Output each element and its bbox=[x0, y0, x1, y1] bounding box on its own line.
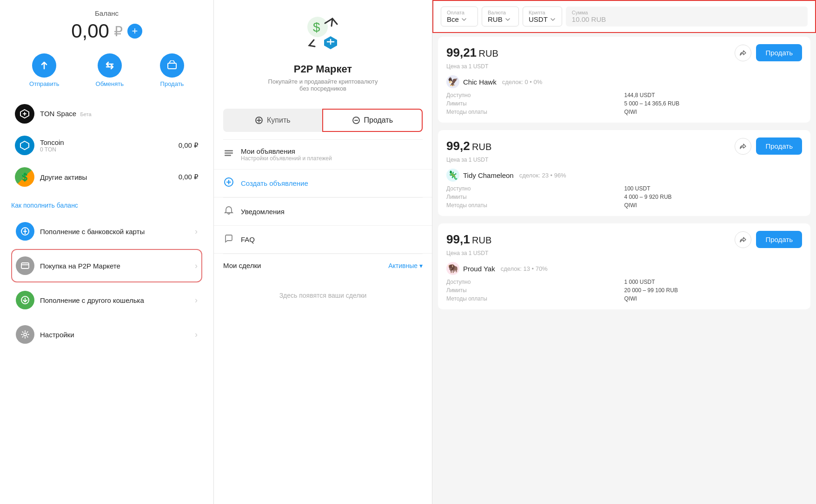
offer-2-share-button[interactable] bbox=[735, 138, 751, 155]
crypto-filter-value: USDT bbox=[529, 15, 556, 23]
balance-amount: 0,00 ₽ + bbox=[11, 20, 202, 42]
other-wallet-label: Пополнение с другого кошелька bbox=[40, 296, 195, 304]
sell-action-button[interactable]: Продать bbox=[160, 53, 184, 87]
p2p-hero-icon: $ bbox=[305, 14, 342, 58]
offer-3-price: 99,1 bbox=[446, 232, 470, 246]
bank-card-label: Пополнение с банковской карты bbox=[40, 228, 195, 236]
other-assets-value: 0,00 ₽ bbox=[179, 173, 199, 181]
svg-rect-4 bbox=[21, 263, 29, 268]
p2p-tabs: Купить Продать bbox=[223, 109, 423, 132]
ads-icon bbox=[223, 148, 234, 161]
right-panel: Оплата Все Валюта RUB Крипта USDT Сумма … bbox=[432, 0, 816, 504]
offer-1-currency-label: RUB bbox=[479, 48, 498, 59]
notifications-label: Уведомления bbox=[241, 208, 285, 216]
svg-rect-14 bbox=[225, 155, 231, 156]
offer-1-limits-label: Лимиты bbox=[446, 100, 624, 107]
toncoin-value: 0,00 ₽ bbox=[179, 141, 199, 150]
send-label: Отправить bbox=[29, 80, 59, 87]
other-wallet-icon bbox=[16, 291, 34, 309]
my-ads-item[interactable]: Мои объявления Настройки объявлений и пл… bbox=[214, 140, 432, 170]
send-button[interactable]: Отправить bbox=[29, 53, 59, 87]
my-ads-label: Мои объявления bbox=[241, 147, 332, 155]
p2p-buy-icon bbox=[16, 256, 34, 275]
settings-arrow: › bbox=[195, 330, 198, 340]
bank-card-arrow: › bbox=[195, 227, 198, 236]
offer-3-price-row: 99,1 RUB Продать bbox=[446, 231, 802, 248]
deals-filter[interactable]: Активные ▾ bbox=[388, 262, 423, 269]
offer-3-seller-avatar: 🦬 bbox=[446, 262, 459, 275]
offer-3-payment-value: QIWI bbox=[624, 295, 803, 302]
add-funds-button[interactable]: + bbox=[127, 24, 142, 39]
menu-item-p2p-buy[interactable]: Покупка на P2P Маркете › bbox=[11, 249, 202, 282]
offer-3-share-button[interactable] bbox=[735, 231, 751, 248]
tab-sell[interactable]: Продать bbox=[322, 109, 423, 132]
asset-item-toncoin[interactable]: Toncoin 0 TON 0,00 ₽ bbox=[11, 130, 202, 161]
offer-1-details: Доступно 144,8 USDT Лимиты 5 000 – 14 36… bbox=[446, 92, 802, 115]
other-wallet-arrow: › bbox=[195, 295, 198, 305]
asset-item-ton-space[interactable]: TON Space Бета bbox=[11, 98, 202, 129]
offer-2-payment-label: Методы оплаты bbox=[446, 202, 624, 209]
offer-3-actions: Продать bbox=[735, 231, 802, 248]
offer-3-available-value: 1 000 USDT bbox=[624, 279, 803, 285]
create-ad-item[interactable]: Создать объявление bbox=[214, 170, 432, 197]
tab-buy-label: Купить bbox=[267, 116, 291, 124]
p2p-hero: $ P2P Маркет Покупайте и продавайте крип… bbox=[214, 0, 432, 101]
exchange-icon bbox=[98, 53, 122, 78]
offer-3-sell-button[interactable]: Продать bbox=[756, 231, 802, 248]
offer-2-currency-label: RUB bbox=[472, 142, 491, 152]
menu-item-bank-card[interactable]: Пополнение с банковской карты › bbox=[11, 215, 202, 248]
offer-1-available-label: Доступно bbox=[446, 92, 624, 98]
tab-buy[interactable]: Купить bbox=[223, 109, 322, 132]
svg-rect-12 bbox=[225, 150, 233, 151]
deals-title: Мои сделки bbox=[223, 262, 261, 269]
offer-3-details: Доступно 1 000 USDT Лимиты 20 000 – 99 1… bbox=[446, 279, 802, 302]
crypto-filter[interactable]: Крипта USDT bbox=[523, 7, 562, 26]
offer-2-price: 99,2 bbox=[446, 139, 470, 153]
bank-card-icon bbox=[16, 222, 34, 241]
faq-item[interactable]: FAQ bbox=[214, 226, 432, 254]
tab-sell-label: Продать bbox=[364, 116, 393, 124]
action-buttons: Отправить Обменять Продать bbox=[11, 53, 202, 87]
how-to-title: Как пополнить баланс bbox=[11, 202, 202, 209]
offer-1-seller-name: Chic Hawk bbox=[463, 78, 497, 86]
offer-2-sell-button[interactable]: Продать bbox=[756, 137, 802, 155]
send-icon bbox=[32, 53, 56, 78]
amount-filter[interactable]: Сумма 10.00 RUB bbox=[566, 7, 808, 26]
deals-header: Мои сделки Активные ▾ bbox=[214, 254, 432, 273]
offer-1-available-value: 144,8 USDT bbox=[624, 92, 803, 98]
offer-1-payment-label: Методы оплаты bbox=[446, 109, 624, 115]
p2p-subtitle2: без посредников bbox=[299, 85, 346, 92]
offer-3-limits-value: 20 000 – 99 100 RUB bbox=[624, 287, 803, 294]
chevron-down-icon: ▾ bbox=[419, 262, 423, 269]
payment-filter[interactable]: Оплата Все bbox=[441, 7, 478, 26]
currency-filter[interactable]: Валюта RUB bbox=[482, 7, 519, 26]
svg-text:$: $ bbox=[313, 20, 320, 34]
balance-section: Баланс 0,00 ₽ + bbox=[11, 9, 202, 42]
offer-3-seller-row: 🦬 Proud Yak сделок: 13 • 70% bbox=[446, 262, 802, 275]
svg-marker-2 bbox=[20, 141, 29, 150]
sell-action-label: Продать bbox=[160, 80, 184, 87]
payment-filter-label: Оплата bbox=[447, 10, 472, 15]
faq-icon bbox=[223, 233, 234, 246]
exchange-label: Обменять bbox=[96, 80, 124, 87]
middle-panel: $ P2P Маркет Покупайте и продавайте крип… bbox=[214, 0, 432, 504]
exchange-button[interactable]: Обменять bbox=[96, 53, 124, 87]
notifications-item[interactable]: Уведомления bbox=[214, 198, 432, 226]
left-menu-list: Пополнение с банковской карты › Покупка … bbox=[11, 215, 202, 351]
middle-menu: Мои объявления Настройки объявлений и пл… bbox=[214, 140, 432, 254]
asset-item-other[interactable]: 💲 Другие активы 0,00 ₽ bbox=[11, 162, 202, 192]
offer-1-sell-button[interactable]: Продать bbox=[756, 44, 802, 61]
currency-filter-label: Валюта bbox=[488, 10, 513, 15]
offer-1-share-button[interactable] bbox=[735, 45, 751, 61]
offer-3-seller-stats: сделок: 13 • 70% bbox=[501, 265, 548, 272]
deals-filter-label: Активные bbox=[388, 262, 418, 269]
offer-2-price-sub: Цена за 1 USDT bbox=[446, 157, 802, 163]
payment-filter-value: Все bbox=[447, 15, 472, 23]
offer-1-price-row: 99,21 RUB Продать bbox=[446, 44, 802, 61]
menu-item-settings[interactable]: Настройки › bbox=[11, 318, 202, 351]
menu-item-other-wallet[interactable]: Пополнение с другого кошелька › bbox=[11, 283, 202, 317]
svg-point-6 bbox=[24, 333, 27, 336]
offer-2-limits-value: 4 000 – 9 920 RUB bbox=[624, 194, 803, 200]
balance-currency-symbol: ₽ bbox=[114, 23, 123, 39]
offer-2-limits-label: Лимиты bbox=[446, 194, 624, 200]
